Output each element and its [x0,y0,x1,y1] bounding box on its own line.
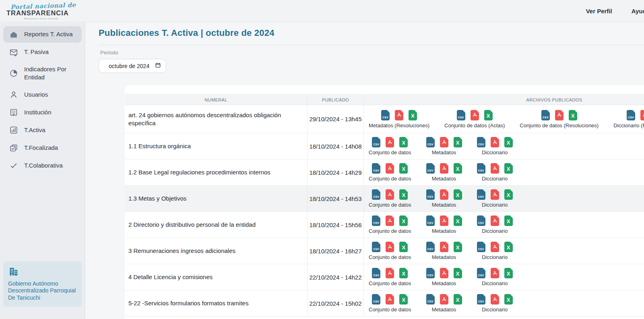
xls-file-icon[interactable]: X [454,242,462,252]
sidebar-item-t-pasiva[interactable]: T. Pasiva [3,44,82,60]
calendar-icon[interactable] [155,62,161,70]
pdf-file-icon[interactable] [491,294,499,304]
xls-file-icon[interactable]: X [504,137,513,147]
file-group: CSVXDiccionario [477,215,513,234]
pdf-file-icon[interactable] [386,215,394,226]
pdf-file-icon[interactable] [386,268,394,278]
xls-file-icon[interactable]: X [399,215,408,226]
numeral-cell: 2 Directorio y distributivo personal de … [125,212,307,238]
xls-file-icon[interactable]: X [504,215,513,226]
csv-file-icon[interactable]: CSV [372,189,380,200]
csv-file-icon[interactable]: CSV [426,268,435,278]
published-cell: 18/10/2024 - 14h29 [307,160,363,185]
period-month-input[interactable]: octubre de 2024 [99,59,166,73]
numeral-cell: 5-22 -Servicios formularios formatos tra… [125,290,307,316]
xls-file-icon[interactable]: X [484,110,493,120]
file-group-label: Metadatos [432,254,456,260]
csv-file-icon[interactable]: CSV [372,268,380,278]
xls-icon-label: X [507,140,510,146]
pdf-file-icon[interactable] [440,189,448,200]
pdf-file-icon[interactable] [491,242,499,252]
xls-file-icon[interactable]: X [454,268,462,278]
pdf-file-icon[interactable] [491,137,499,147]
xls-file-icon[interactable]: X [399,268,408,278]
pdf-file-icon[interactable] [440,268,448,278]
xls-file-icon[interactable]: X [399,137,408,147]
csv-file-icon[interactable]: CSV [477,268,485,278]
pdf-file-icon[interactable] [386,163,394,174]
xls-file-icon[interactable]: X [569,110,577,120]
pdf-file-icon[interactable] [440,294,448,304]
sidebar-item-t-focalizada[interactable]: T.Focalizada [3,140,82,156]
pdf-file-icon[interactable] [395,110,403,120]
pdf-file-icon[interactable] [640,110,644,120]
csv-file-icon[interactable]: CSV [477,242,485,252]
xls-file-icon[interactable]: X [454,163,462,174]
csv-file-icon[interactable]: CSV [457,110,465,120]
sidebar-item-label: Indicadores Por Entidad [24,65,78,82]
pdf-file-icon[interactable] [471,110,479,120]
xls-file-icon[interactable]: X [454,189,462,200]
xls-file-icon[interactable]: X [504,242,513,252]
pdf-file-icon[interactable] [386,189,394,200]
sidebar-item-indicadores-por-entidad[interactable]: Indicadores Por Entidad [3,62,82,85]
top-bar: Portal nacional de TRANSPARENCIA Reposit… [0,0,644,22]
pdf-file-icon[interactable] [386,294,394,304]
file-icons-row: CSVX [477,242,513,252]
xls-icon-label: X [487,113,490,119]
sidebar-item-institucion[interactable]: Institución [3,104,82,121]
pdf-file-icon[interactable] [386,137,394,147]
ayuda-link[interactable]: Ayuda [632,8,644,14]
pdf-file-icon[interactable] [491,215,499,226]
csv-file-icon[interactable]: CSV [477,163,485,174]
xls-file-icon[interactable]: X [504,294,513,304]
csv-file-icon[interactable]: CSV [477,294,485,304]
sidebar-item-t-colaborativa[interactable]: T.Colaborativa [3,157,82,174]
pdf-file-icon[interactable] [440,242,448,252]
csv-file-icon[interactable]: CSV [381,110,390,120]
csv-file-icon[interactable]: CSV [541,110,550,120]
pdf-file-icon[interactable] [491,163,499,174]
ver-perfil-link[interactable]: Ver Perfil [586,8,612,14]
xls-file-icon[interactable]: X [504,189,513,200]
xls-file-icon[interactable]: X [409,110,417,120]
csv-icon-label: CSV [373,195,379,200]
csv-file-icon[interactable]: CSV [372,215,380,226]
csv-file-icon[interactable]: CSV [372,163,380,174]
xls-file-icon[interactable]: X [399,242,408,252]
csv-file-icon[interactable]: CSV [426,137,435,147]
csv-file-icon[interactable]: CSV [426,215,435,226]
pdf-file-icon[interactable] [491,268,499,278]
sidebar-item-usuarios[interactable]: Usuarios [3,87,82,103]
csv-file-icon[interactable]: CSV [372,137,380,147]
xls-file-icon[interactable]: X [399,189,408,200]
csv-file-icon[interactable]: CSV [426,294,435,304]
xls-file-icon[interactable]: X [504,163,513,174]
xls-file-icon[interactable]: X [454,215,462,226]
xls-file-icon[interactable]: X [399,294,408,304]
csv-file-icon[interactable]: CSV [477,215,485,226]
csv-file-icon[interactable]: CSV [477,189,485,200]
pdf-file-icon[interactable] [386,242,394,252]
published-files-cell: CSVXMetadatos (Resoluciones)CSVXConjunto… [363,105,644,133]
csv-file-icon[interactable]: CSV [426,163,435,174]
sidebar-item-t-activa[interactable]: T.Activa [3,122,82,139]
file-icons-row: CSVX [372,215,408,226]
xls-file-icon[interactable]: X [454,137,462,147]
xls-file-icon[interactable]: X [399,163,408,174]
pdf-file-icon[interactable] [440,137,448,147]
csv-file-icon[interactable]: CSV [477,137,485,147]
pdf-file-icon[interactable] [440,215,448,226]
pdf-file-icon[interactable] [555,110,564,120]
csv-file-icon[interactable]: CSV [372,242,380,252]
xls-file-icon[interactable]: X [504,268,513,278]
csv-file-icon[interactable]: CSV [627,110,635,120]
csv-file-icon[interactable]: CSV [426,189,435,200]
csv-file-icon[interactable]: CSV [426,242,435,252]
xls-file-icon[interactable]: X [454,294,462,304]
csv-icon-label: CSV [478,195,484,200]
sidebar-item-reportes-t-activa[interactable]: Reportes T. Activa [3,26,82,43]
pdf-file-icon[interactable] [491,189,499,200]
csv-file-icon[interactable]: CSV [372,294,380,304]
pdf-file-icon[interactable] [440,163,448,174]
